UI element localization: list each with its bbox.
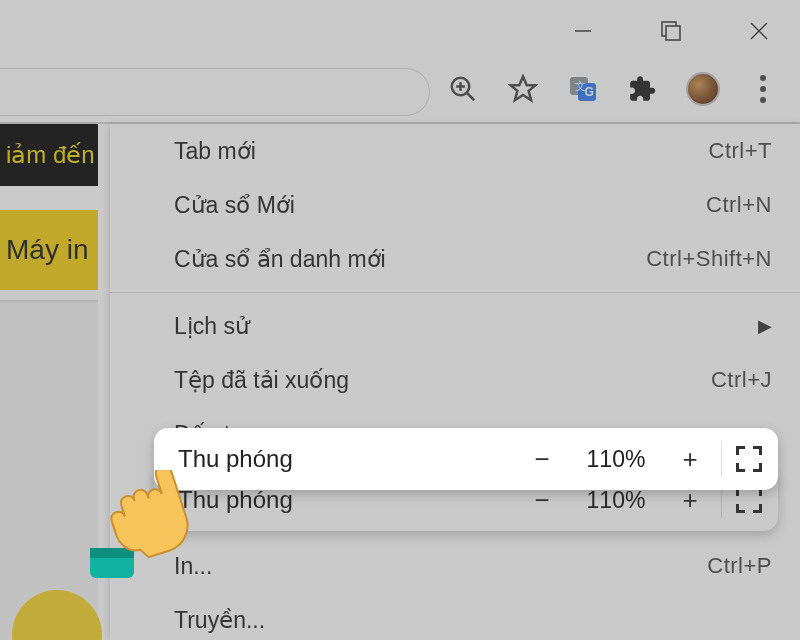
window-controls bbox=[562, 10, 780, 52]
page-body-strip bbox=[0, 300, 98, 640]
submenu-arrow-icon: ▶ bbox=[758, 315, 772, 337]
promo-text-2: Máy in bbox=[6, 234, 88, 266]
translate-icon[interactable]: 文G bbox=[564, 70, 602, 108]
zoom-value: 110% bbox=[581, 446, 651, 473]
fullscreen-button[interactable] bbox=[736, 446, 762, 472]
menu-item-downloads[interactable]: Tệp đã tải xuống Ctrl+J bbox=[110, 353, 800, 407]
menu-item-new-window[interactable]: Cửa sổ Mới Ctrl+N bbox=[110, 178, 800, 232]
maximize-button[interactable] bbox=[650, 10, 692, 52]
svg-rect-11 bbox=[666, 26, 680, 40]
menu-shortcut: Ctrl+P bbox=[707, 553, 772, 579]
close-button[interactable] bbox=[738, 10, 780, 52]
promo-banner-yellow: Máy in bbox=[0, 210, 98, 290]
menu-item-zoom-highlight: Thu phóng − 110% + bbox=[154, 428, 778, 490]
menu-label: In... bbox=[174, 553, 212, 580]
menu-item-history[interactable]: Lịch sử ▶ bbox=[110, 299, 800, 353]
menu-item-print[interactable]: In... Ctrl+P bbox=[110, 539, 800, 593]
svg-marker-4 bbox=[511, 77, 536, 101]
menu-shortcut: Ctrl+J bbox=[711, 367, 772, 393]
zoom-controls: − 110% + bbox=[525, 444, 707, 475]
menu-separator bbox=[110, 292, 800, 293]
menu-label: Tệp đã tải xuống bbox=[174, 367, 349, 394]
bookmark-star-icon[interactable] bbox=[504, 70, 542, 108]
browser-toolbar: 文G bbox=[0, 62, 800, 122]
divider bbox=[721, 441, 722, 477]
menu-label: Cửa sổ ẩn danh mới bbox=[174, 246, 386, 273]
zoom-label: Thu phóng bbox=[178, 445, 525, 473]
kebab-menu-icon[interactable] bbox=[744, 70, 782, 108]
promo-banner-dark: iảm đến 5 bbox=[0, 124, 98, 186]
svg-line-1 bbox=[467, 93, 475, 101]
menu-item-incognito[interactable]: Cửa sổ ẩn danh mới Ctrl+Shift+N bbox=[110, 232, 800, 286]
zoom-in-button[interactable]: + bbox=[673, 444, 707, 475]
minimize-button[interactable] bbox=[562, 10, 604, 52]
svg-text:G: G bbox=[585, 85, 594, 99]
menu-shortcut: Ctrl+Shift+N bbox=[646, 246, 772, 272]
zoom-out-button[interactable]: − bbox=[525, 444, 559, 475]
extensions-icon[interactable] bbox=[624, 70, 662, 108]
zoom-indicator-icon[interactable] bbox=[444, 70, 482, 108]
fullscreen-button[interactable] bbox=[736, 487, 762, 513]
menu-item-new-tab[interactable]: Tab mới Ctrl+T bbox=[110, 124, 800, 178]
menu-label: Cửa sổ Mới bbox=[174, 192, 295, 219]
menu-item-cast[interactable]: Truyền... bbox=[110, 593, 800, 640]
zoom-label: Thu phóng bbox=[178, 486, 525, 514]
promo-text: iảm đến 5 bbox=[6, 141, 98, 169]
menu-shortcut: Ctrl+T bbox=[709, 138, 773, 164]
menu-label: Truyền... bbox=[174, 607, 265, 634]
menu-label: Tab mới bbox=[174, 138, 256, 165]
profile-avatar[interactable] bbox=[684, 70, 722, 108]
menu-shortcut: Ctrl+N bbox=[706, 192, 772, 218]
chrome-main-menu: Tab mới Ctrl+T Cửa sổ Mới Ctrl+N Cửa sổ … bbox=[110, 124, 800, 640]
omnibox[interactable] bbox=[0, 68, 430, 116]
zoom-value: 110% bbox=[581, 487, 651, 514]
menu-label: Lịch sử bbox=[174, 313, 250, 340]
